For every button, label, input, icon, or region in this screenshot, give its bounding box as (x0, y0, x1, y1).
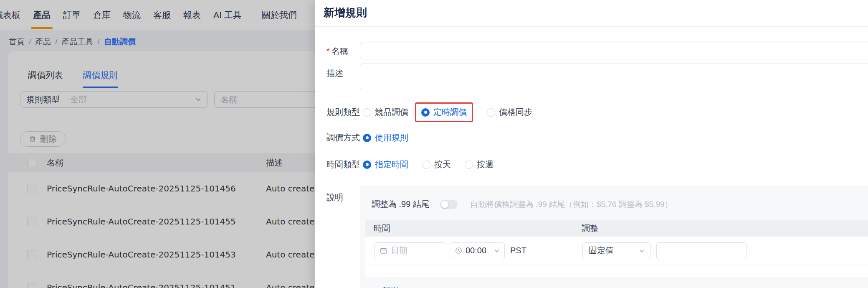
round-99-toggle-row: 調整為 .99 結尾 自動將價格調整為 .99 結尾（例如：$5.76 調整為 … (372, 199, 868, 210)
radio-price-sync[interactable]: 價格同步 (487, 107, 532, 118)
date-input[interactable] (391, 246, 442, 255)
note-panel: 調整為 .99 結尾 自動將價格調整為 .99 結尾（例如：$5.76 調整為 … (360, 186, 868, 288)
note-row: 說明 調整為 .99 結尾 自動將價格調整為 .99 結尾（例如：$5.76 調… (315, 186, 868, 288)
radio-icon (422, 161, 430, 169)
rule-type-label: 規則類型 (326, 107, 360, 118)
rule-desc-textarea[interactable] (360, 64, 868, 90)
highlight-box: 定時調價 (415, 102, 473, 122)
calendar-icon (380, 247, 387, 254)
drawer-divider (315, 26, 868, 27)
time-select[interactable]: 00:00 (450, 242, 505, 259)
chevron-down-icon (638, 247, 645, 254)
add-schedule-button[interactable]: ＋ 新增 (369, 285, 399, 288)
round-99-hint: 自動將價格調整為 .99 結尾（例如：$5.76 調整為 $5.99） (470, 199, 673, 210)
rule-type-row: 規則類型 競品調價 定時調價 價格同步 (315, 102, 868, 122)
time-value: 00:00 (466, 246, 490, 255)
radio-checked-icon (363, 161, 371, 169)
schedule-row: 00:00 PST 固定值 (365, 237, 868, 265)
radio-checked-icon (363, 134, 371, 142)
chevron-down-icon (493, 247, 500, 254)
plus-icon: ＋ (369, 286, 379, 288)
add-schedule-label: 新增 (382, 285, 399, 288)
time-type-row: 時間類型 指定時間 按天 按週 (315, 159, 868, 170)
add-rule-drawer: 新增規則 * 名稱 描述 規則類型 競品調價 定時調價 (315, 0, 868, 288)
adjust-value-input[interactable] (662, 246, 741, 255)
note-label: 說明 (326, 186, 360, 203)
toggle-knob (441, 201, 448, 208)
radio-icon (487, 108, 495, 117)
column-header-adjust: 調整 (582, 223, 598, 234)
schedule-table-body: 00:00 PST 固定值 (365, 237, 868, 277)
adjust-type-select[interactable]: 固定值 (582, 242, 650, 259)
adjust-type-value: 固定值 (589, 245, 638, 256)
date-picker[interactable] (375, 242, 446, 259)
price-method-row: 調價方式 使用規則 (315, 132, 868, 143)
rule-name-input[interactable] (360, 43, 868, 59)
adjust-cell: 固定值 (582, 242, 747, 259)
radio-use-rules[interactable]: 使用規則 (363, 132, 408, 143)
time-type-label: 時間類型 (326, 159, 360, 170)
desc-label: 描述 (326, 64, 360, 79)
column-header-time: 時間 (374, 223, 390, 234)
radio-specified-time[interactable]: 指定時間 (363, 159, 408, 170)
desc-field-row: 描述 (315, 64, 868, 90)
round-99-label: 調整為 .99 結尾 (372, 199, 430, 210)
clock-icon (455, 247, 462, 254)
adjust-value-box[interactable] (656, 242, 747, 259)
timezone-label: PST (510, 246, 526, 255)
radio-checked-icon (421, 108, 430, 117)
schedule-table-header: 時間 調整 (365, 220, 868, 237)
name-label: * 名稱 (326, 46, 360, 57)
name-field-row: * 名稱 (315, 43, 868, 59)
radio-by-day[interactable]: 按天 (422, 159, 451, 170)
schedule-table: 時間 調整 00:00 PST (365, 220, 868, 277)
radio-icon (363, 108, 371, 117)
radio-icon (465, 161, 473, 169)
radio-by-week[interactable]: 按週 (465, 159, 493, 170)
drawer-title: 新增規則 (315, 0, 868, 20)
radio-competitor-repricing[interactable]: 競品調價 (363, 107, 408, 118)
required-mark: * (326, 46, 330, 57)
radio-scheduled-repricing[interactable]: 定時調價 (421, 107, 467, 118)
price-method-label: 調價方式 (326, 132, 360, 143)
round-99-toggle[interactable] (440, 200, 458, 209)
